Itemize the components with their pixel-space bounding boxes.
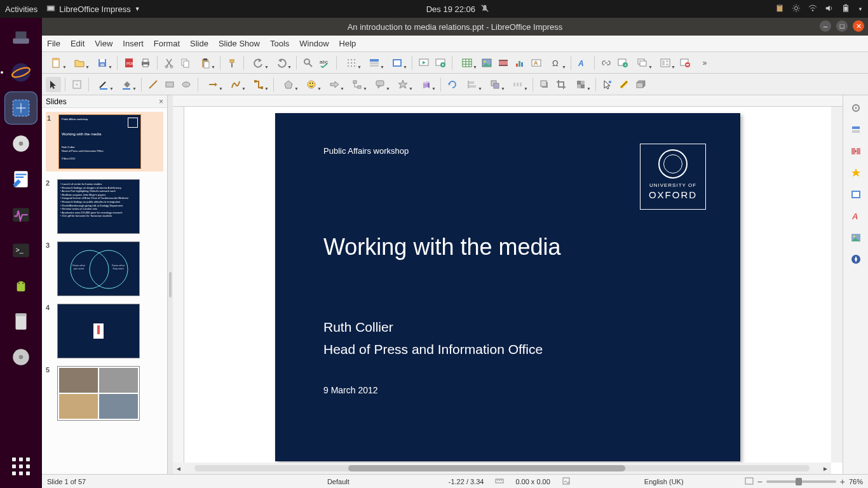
stars-tool[interactable]: ▼ bbox=[392, 77, 414, 92]
launcher-android[interactable] bbox=[4, 269, 37, 302]
ellipse-tool[interactable] bbox=[179, 77, 194, 92]
connectors-tool[interactable]: ▼ bbox=[248, 77, 269, 92]
slide-title[interactable]: Working with the media bbox=[323, 234, 561, 261]
insert-table-button[interactable]: ▼ bbox=[456, 55, 478, 71]
launcher-files-1[interactable] bbox=[4, 305, 37, 338]
new-button[interactable]: ▼ bbox=[46, 55, 67, 71]
window-minimize-button[interactable]: – bbox=[820, 20, 831, 32]
select-tool[interactable] bbox=[46, 77, 61, 92]
delete-slide-button[interactable] bbox=[677, 55, 693, 71]
sidebar-transitions-button[interactable] bbox=[847, 142, 865, 160]
menu-slideshow[interactable]: Slide Show bbox=[219, 39, 260, 48]
print-button[interactable] bbox=[138, 55, 153, 71]
rectangle-tool[interactable] bbox=[162, 77, 177, 92]
insert-hyperlink-button[interactable] bbox=[599, 55, 614, 71]
toolbar-overflow[interactable]: » bbox=[694, 55, 715, 71]
sidebar-styles-button[interactable]: A bbox=[847, 207, 865, 225]
clipboard-tray-icon[interactable] bbox=[775, 4, 785, 14]
menu-file[interactable]: File bbox=[47, 39, 60, 48]
window-close-button[interactable]: ✕ bbox=[853, 20, 864, 32]
slide-1[interactable]: Public Affairs workshop UNIVERSITY OF OX… bbox=[275, 113, 740, 461]
menu-edit[interactable]: Edit bbox=[71, 39, 85, 48]
gluepoints-tool[interactable] bbox=[616, 77, 632, 92]
sidebar-settings-button[interactable] bbox=[847, 99, 865, 117]
hscroll-track[interactable] bbox=[194, 465, 810, 471]
sidebar-master-button[interactable] bbox=[847, 186, 865, 203]
line-tool[interactable] bbox=[146, 77, 161, 92]
align-tool[interactable]: ▼ bbox=[461, 77, 483, 92]
sidebar-navigator-button[interactable] bbox=[847, 250, 865, 268]
slide-pretitle[interactable]: Public Affairs workshop bbox=[323, 146, 409, 156]
notification-muted-icon[interactable] bbox=[480, 4, 489, 15]
thumb-1[interactable]: 1 Public Affairs workshop Working with t… bbox=[46, 112, 163, 172]
brightness-tray-icon[interactable] bbox=[792, 4, 802, 14]
launcher-disks[interactable] bbox=[4, 127, 37, 160]
launcher-system-monitor[interactable] bbox=[4, 198, 37, 231]
redo-button[interactable]: ▼ bbox=[271, 55, 292, 71]
thumb-3[interactable]: 3 Know what you want Know what they want bbox=[46, 241, 163, 296]
panel-splitter[interactable] bbox=[168, 95, 173, 474]
extrusion-tool[interactable] bbox=[633, 77, 648, 92]
slides-thumbnails[interactable]: 1 Public Affairs workshop Working with t… bbox=[42, 108, 167, 474]
zoom-percent[interactable]: 76% bbox=[849, 478, 863, 485]
menu-window[interactable]: Window bbox=[299, 39, 329, 48]
fill-color-tool[interactable]: ▼ bbox=[116, 77, 137, 92]
block-arrows-tool[interactable]: ▼ bbox=[323, 77, 345, 92]
canvas-vscroll[interactable] bbox=[831, 107, 843, 463]
save-button[interactable]: ▼ bbox=[92, 55, 113, 71]
status-language[interactable]: English (UK) bbox=[644, 478, 684, 485]
start-current-button[interactable] bbox=[433, 55, 448, 71]
rotate-tool[interactable] bbox=[445, 77, 460, 92]
thumb-4[interactable]: 4 bbox=[46, 304, 163, 358]
3d-objects-tool[interactable]: ▼ bbox=[415, 77, 437, 92]
menu-view[interactable]: View bbox=[95, 39, 112, 48]
undo-button[interactable]: ▼ bbox=[248, 55, 269, 71]
zoom-pan-tool[interactable] bbox=[69, 77, 85, 92]
clone-formatting-button[interactable] bbox=[224, 55, 240, 71]
slides-panel-close[interactable]: × bbox=[159, 97, 163, 106]
hscroll-thumb[interactable] bbox=[348, 465, 625, 471]
menu-help[interactable]: Help bbox=[339, 39, 356, 48]
menu-slide[interactable]: Slide bbox=[190, 39, 208, 48]
line-color-tool[interactable]: ▼ bbox=[93, 77, 114, 92]
insert-image-button[interactable] bbox=[479, 55, 494, 71]
lines-arrows-tool[interactable]: ▼ bbox=[202, 77, 224, 92]
menu-tools[interactable]: Tools bbox=[270, 39, 289, 48]
flowchart-tool[interactable]: ▼ bbox=[346, 77, 368, 92]
shadow-tool[interactable] bbox=[537, 77, 552, 92]
slide-date[interactable]: 9 March 2012 bbox=[323, 385, 378, 395]
launcher-text-editor[interactable] bbox=[4, 163, 37, 196]
find-replace-button[interactable] bbox=[301, 55, 316, 71]
slide-author[interactable]: Ruth Collier bbox=[323, 320, 393, 335]
clock[interactable]: Des 19 22:06 bbox=[426, 4, 475, 14]
zoom-in-button[interactable]: + bbox=[840, 477, 845, 487]
grid-button[interactable]: ▼ bbox=[341, 55, 362, 71]
volume-tray-icon[interactable] bbox=[825, 4, 835, 14]
display-views-button[interactable]: ▼ bbox=[363, 55, 385, 71]
launcher-eclipse[interactable] bbox=[4, 56, 37, 89]
curves-tool[interactable]: ▼ bbox=[225, 77, 247, 92]
status-master[interactable]: Default bbox=[327, 478, 349, 485]
thumb-2[interactable]: 2 • Launch of centre for Iranian studies… bbox=[46, 179, 163, 234]
zoom-out-button[interactable]: − bbox=[757, 477, 763, 487]
export-pdf-button[interactable]: PDF bbox=[121, 55, 137, 71]
start-presentation-button[interactable] bbox=[416, 55, 431, 71]
zoom-slider[interactable] bbox=[766, 480, 836, 483]
master-slide-button[interactable]: ▼ bbox=[386, 55, 408, 71]
slide-logo[interactable]: UNIVERSITY OF OXFORD bbox=[640, 144, 706, 210]
sidebar-gallery-button[interactable] bbox=[847, 229, 865, 247]
chevron-down-icon[interactable]: ▼ bbox=[858, 6, 863, 12]
cut-button[interactable] bbox=[161, 55, 177, 71]
paste-button[interactable]: ▼ bbox=[194, 55, 216, 71]
insert-fontwork-button[interactable]: A bbox=[575, 55, 590, 71]
spellcheck-button[interactable]: abc bbox=[317, 55, 332, 71]
app-menu[interactable]: LibreOffice Impress ▼ bbox=[46, 4, 140, 14]
filter-tool[interactable]: ▼ bbox=[570, 77, 592, 92]
slide-layout-button[interactable]: ▼ bbox=[654, 55, 676, 71]
points-tool[interactable] bbox=[600, 77, 615, 92]
basic-shapes-tool[interactable]: ▼ bbox=[278, 77, 299, 92]
insert-textbox-button[interactable]: A bbox=[529, 55, 544, 71]
copy-button[interactable] bbox=[178, 55, 193, 71]
sidebar-animation-button[interactable] bbox=[847, 164, 865, 182]
launcher-show-apps[interactable] bbox=[4, 450, 37, 483]
